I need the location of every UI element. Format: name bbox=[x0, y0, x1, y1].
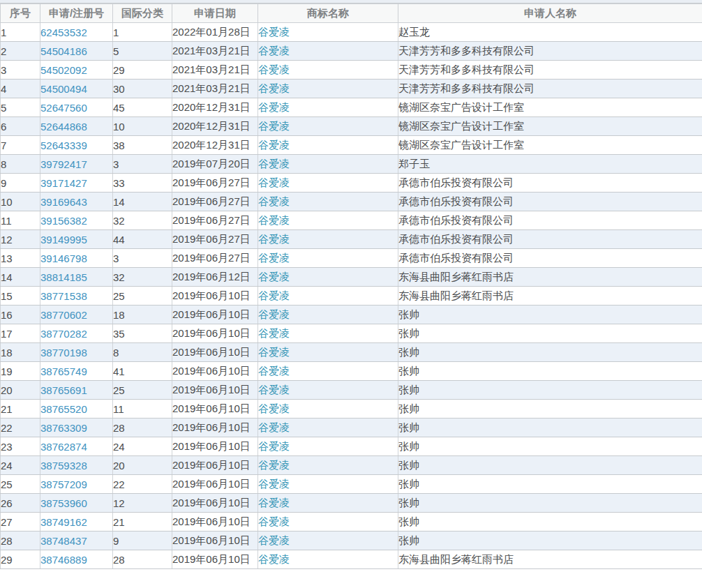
trademark-name-link[interactable]: 谷爱凌 bbox=[258, 515, 290, 527]
cell-intl-class: 21 bbox=[113, 513, 172, 532]
column-header-app-no: 申请/注册号 bbox=[40, 4, 113, 23]
cell-app-no: 39792417 bbox=[40, 155, 113, 174]
application-number-link[interactable]: 38765691 bbox=[40, 384, 87, 396]
table-row: 752643339382020年12月31日谷爱凌镜湖区奈宝广告设计工作室 bbox=[1, 136, 702, 155]
application-number-link[interactable]: 38753960 bbox=[40, 497, 87, 509]
application-number-link[interactable]: 38770282 bbox=[40, 328, 87, 340]
trademark-name-link[interactable]: 谷爱凌 bbox=[258, 327, 290, 339]
cell-intl-class: 35 bbox=[113, 324, 172, 343]
table-row: 2438759328202019年06月10日谷爱凌张帅 bbox=[1, 456, 702, 475]
cell-app-no: 38763309 bbox=[40, 419, 113, 437]
trademark-name-link[interactable]: 谷爱凌 bbox=[258, 402, 290, 414]
cell-applicant: 张帅 bbox=[398, 324, 702, 343]
application-number-link[interactable]: 38765749 bbox=[40, 365, 87, 377]
cell-applicant: 张帅 bbox=[398, 532, 702, 550]
trademark-name-link[interactable]: 谷爱凌 bbox=[258, 176, 290, 188]
application-number-link[interactable]: 39146798 bbox=[40, 252, 87, 264]
application-number-link[interactable]: 39792417 bbox=[40, 158, 87, 170]
cell-index: 14 bbox=[1, 268, 40, 287]
trademark-name-link[interactable]: 谷爱凌 bbox=[258, 233, 290, 245]
application-number-link[interactable]: 38770198 bbox=[40, 347, 87, 359]
table-header: 序号 申请/注册号 国际分类 申请日期 商标名称 申请人名称 bbox=[1, 4, 702, 23]
cell-trademark: 谷爱凌 bbox=[258, 532, 398, 550]
trademark-name-link[interactable]: 谷爱凌 bbox=[258, 120, 290, 132]
cell-trademark: 谷爱凌 bbox=[258, 437, 398, 456]
trademark-name-link[interactable]: 谷爱凌 bbox=[258, 214, 290, 226]
cell-app-date: 2019年06月10日 bbox=[172, 343, 258, 362]
application-number-link[interactable]: 38765520 bbox=[40, 403, 87, 415]
application-number-link[interactable]: 38763309 bbox=[40, 422, 87, 434]
table-row: 1239149995442019年06月27日谷爱凌承德市伯乐投资有限公司 bbox=[1, 230, 702, 249]
trademark-name-link[interactable]: 谷爱凌 bbox=[258, 346, 290, 358]
application-number-link[interactable]: 39149995 bbox=[40, 234, 87, 246]
application-number-link[interactable]: 54502092 bbox=[40, 64, 87, 76]
cell-intl-class: 22 bbox=[113, 475, 172, 494]
application-number-link[interactable]: 52643339 bbox=[40, 140, 87, 151]
application-number-link[interactable]: 54504186 bbox=[40, 45, 87, 57]
trademark-name-link[interactable]: 谷爱凌 bbox=[258, 252, 290, 264]
application-number-link[interactable]: 39171427 bbox=[40, 177, 87, 189]
application-number-link[interactable]: 38746889 bbox=[40, 554, 87, 566]
cell-app-date: 2019年06月10日 bbox=[172, 532, 258, 550]
trademark-name-link[interactable]: 谷爱凌 bbox=[258, 553, 290, 565]
trademark-name-link[interactable]: 谷爱凌 bbox=[258, 158, 290, 169]
trademark-name-link[interactable]: 谷爱凌 bbox=[258, 139, 290, 151]
application-number-link[interactable]: 38748437 bbox=[40, 535, 87, 547]
cell-app-date: 2021年03月21日 bbox=[172, 80, 258, 98]
trademark-name-link[interactable]: 谷爱凌 bbox=[258, 459, 290, 471]
cell-intl-class: 9 bbox=[113, 532, 172, 550]
trademark-name-link[interactable]: 谷爱凌 bbox=[258, 308, 290, 320]
application-number-link[interactable]: 62453532 bbox=[40, 27, 87, 38]
cell-intl-class: 8 bbox=[113, 343, 172, 362]
trademark-name-link[interactable]: 谷爱凌 bbox=[258, 63, 290, 75]
cell-app-no: 38771538 bbox=[40, 287, 113, 306]
application-number-link[interactable]: 38749162 bbox=[40, 516, 87, 528]
cell-index: 11 bbox=[1, 211, 40, 230]
cell-trademark: 谷爱凌 bbox=[258, 174, 398, 193]
cell-intl-class: 30 bbox=[113, 80, 172, 98]
cell-app-date: 2019年06月10日 bbox=[172, 419, 258, 437]
trademark-name-link[interactable]: 谷爱凌 bbox=[258, 365, 290, 377]
trademark-name-link[interactable]: 谷爱凌 bbox=[258, 497, 290, 508]
application-number-link[interactable]: 39156382 bbox=[40, 215, 87, 227]
trademark-name-link[interactable]: 谷爱凌 bbox=[258, 101, 290, 113]
trademark-name-link[interactable]: 谷爱凌 bbox=[258, 534, 290, 546]
trademark-name-link[interactable]: 谷爱凌 bbox=[258, 26, 290, 38]
trademark-name-link[interactable]: 谷爱凌 bbox=[258, 384, 290, 395]
table-row: 1738770282352019年06月10日谷爱凌张帅 bbox=[1, 324, 702, 343]
application-number-link[interactable]: 38814185 bbox=[40, 271, 87, 283]
application-number-link[interactable]: 52647560 bbox=[40, 102, 87, 114]
trademark-name-link[interactable]: 谷爱凌 bbox=[258, 478, 290, 490]
cell-index: 16 bbox=[1, 306, 40, 324]
table-row: 552647560452020年12月31日谷爱凌镜湖区奈宝广告设计工作室 bbox=[1, 98, 702, 117]
table-row: 1438814185322019年06月12日谷爱凌东海县曲阳乡蒋红雨书店 bbox=[1, 268, 702, 287]
table-row: 1139156382322019年06月27日谷爱凌承德市伯乐投资有限公司 bbox=[1, 211, 702, 230]
trademark-name-link[interactable]: 谷爱凌 bbox=[258, 289, 290, 301]
cell-app-no: 62453532 bbox=[40, 23, 113, 42]
trademark-name-link[interactable]: 谷爱凌 bbox=[258, 421, 290, 433]
application-number-link[interactable]: 52644868 bbox=[40, 121, 87, 133]
cell-applicant: 镜湖区奈宝广告设计工作室 bbox=[398, 117, 702, 136]
trademark-name-link[interactable]: 谷爱凌 bbox=[258, 195, 290, 207]
application-number-link[interactable]: 38759328 bbox=[40, 460, 87, 472]
cell-intl-class: 32 bbox=[113, 211, 172, 230]
application-number-link[interactable]: 38762874 bbox=[40, 441, 87, 453]
application-number-link[interactable]: 54500494 bbox=[40, 83, 87, 95]
column-header-app-date: 申请日期 bbox=[172, 4, 258, 23]
cell-app-no: 39149995 bbox=[40, 230, 113, 249]
table-row: 1538771538252019年06月10日谷爱凌东海县曲阳乡蒋红雨书店 bbox=[1, 287, 702, 306]
trademark-name-link[interactable]: 谷爱凌 bbox=[258, 82, 290, 94]
trademark-name-link[interactable]: 谷爱凌 bbox=[258, 440, 290, 452]
trademark-name-link[interactable]: 谷爱凌 bbox=[258, 45, 290, 56]
cell-app-no: 38770282 bbox=[40, 324, 113, 343]
application-number-link[interactable]: 38757209 bbox=[40, 478, 87, 490]
cell-app-date: 2019年06月10日 bbox=[172, 475, 258, 494]
application-number-link[interactable]: 38770602 bbox=[40, 309, 87, 321]
cell-index: 29 bbox=[1, 550, 40, 569]
cell-index: 7 bbox=[1, 136, 40, 155]
application-number-link[interactable]: 39169643 bbox=[40, 196, 87, 208]
table-row: 2338762874242019年06月10日谷爱凌张帅 bbox=[1, 437, 702, 456]
application-number-link[interactable]: 38771538 bbox=[40, 290, 87, 302]
trademark-name-link[interactable]: 谷爱凌 bbox=[258, 271, 290, 282]
cell-app-no: 38765691 bbox=[40, 381, 113, 400]
